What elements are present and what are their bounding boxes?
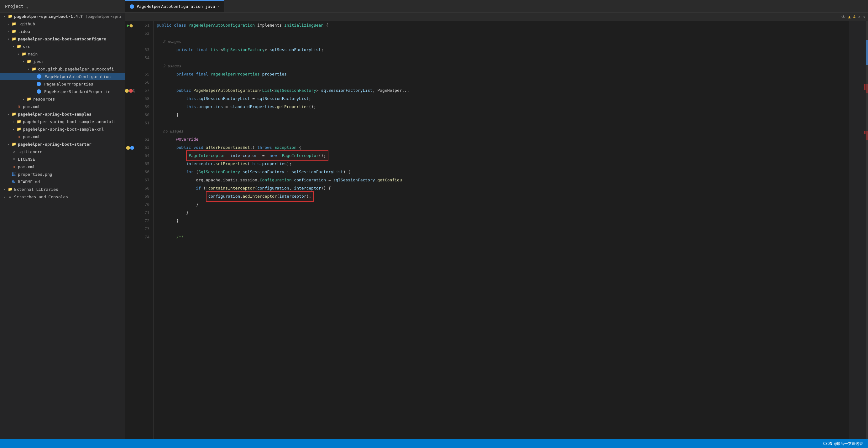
tree-item-root[interactable]: 📁 pagehelper-spring-boot-1.4.7 [pagehelp…: [0, 12, 125, 20]
tree-label-starter: pagehelper-spring-boot-starter: [18, 142, 92, 147]
code-line-usage2: 2 usages: [157, 62, 849, 70]
xml-icon-pom1: m: [16, 104, 21, 109]
tree-label-sample-xml: pagehelper-spring-boot-sample-xml: [23, 127, 104, 132]
var-interceptor-65: interceptor: [186, 160, 213, 168]
tree-arrow-resources: [21, 97, 26, 101]
tree-item-gitignore[interactable]: ⊘ .gitignore: [0, 148, 125, 155]
tree-item-pom2[interactable]: m pom.xml: [0, 133, 125, 140]
file-icon-scratches: ≡: [7, 194, 12, 199]
linenum-57: 57: [135, 87, 151, 95]
gutter-55: [125, 70, 135, 78]
editor-wrapper: 👁 ▲ 4 ∧ ∨ ▶ ⬤: [125, 12, 868, 439]
run-icon[interactable]: ▶: [127, 23, 129, 28]
tree-item-package[interactable]: 📁 com.github.pagehelper.autoconfi: [0, 65, 125, 73]
tree-item-samples[interactable]: 📁 pagehelper-spring-boot-samples: [0, 110, 125, 118]
tree-item-starter[interactable]: 📁 pagehelper-spring-boot-starter: [0, 140, 125, 148]
tree-label-external-libs: External Libraries: [14, 187, 58, 192]
tree-arrow-main: [16, 52, 21, 56]
tree-label-resources: resources: [33, 97, 55, 101]
tree-item-PageHelperStandardProperties[interactable]: PageHelperStandardPropertie: [0, 88, 125, 95]
toolbar-right: ⋮: [860, 4, 868, 8]
tree-item-readme[interactable]: M↓ README.md: [0, 178, 125, 186]
linenum-67: 67: [135, 176, 151, 184]
java-file-icon: [130, 4, 134, 9]
gutter-66: [125, 168, 135, 176]
tree-item-java[interactable]: 📁 java: [0, 58, 125, 65]
folder-icon-samples: 📁: [11, 111, 16, 117]
gutter-area: ▶ ⬤ ⬤ ⬤ @: [125, 21, 135, 439]
main-content: 📁 pagehelper-spring-boot-1.4.7 [pagehelp…: [0, 12, 868, 439]
tree-item-pom3[interactable]: m pom.xml: [0, 163, 125, 170]
tree-item-idea[interactable]: 📁 .idea: [0, 28, 125, 35]
tree-item-sample-xml[interactable]: 📁 pagehelper-spring-boot-sample-xml: [0, 125, 125, 133]
field-properties: properties: [262, 70, 287, 78]
tree-label-github: .github: [18, 22, 35, 26]
file-icon-gitignore: ⊘: [11, 149, 16, 154]
java-icon-PageHelperStandardProperties: [36, 89, 41, 94]
tree-item-pom1[interactable]: m pom.xml: [0, 103, 125, 110]
kw-final-53: final: [196, 46, 208, 54]
gutter-56: [125, 78, 135, 87]
tab-close-icon[interactable]: ×: [217, 4, 220, 8]
title-bar: Project ⌄ PageHelperAutoConfiguration.ja…: [0, 0, 868, 12]
gutter-usage1: [125, 38, 135, 46]
marker-icon-63: ⬤: [126, 146, 130, 150]
tree-item-license[interactable]: ≡ LICENSE: [0, 155, 125, 163]
more-options-icon[interactable]: ⋮: [860, 4, 863, 8]
folder-icon-starter: 📁: [11, 141, 16, 147]
gutter-70: [125, 200, 135, 209]
gutter-62: [125, 135, 135, 143]
linenum-65: 65: [135, 160, 151, 168]
tree-item-src[interactable]: 📁 src: [0, 42, 125, 50]
gutter-54: [125, 54, 135, 62]
line-numbers: 51 52 - 53 54 - 55 56 57 58 59 60 61 - 6…: [135, 21, 154, 439]
tree-item-github[interactable]: 📁 .github: [0, 20, 125, 28]
usage-hint-2: 2 usages: [157, 62, 181, 70]
var-interceptor: interceptor: [230, 153, 257, 158]
kw-class: class: [174, 21, 186, 29]
prev-warning-icon[interactable]: ∧: [858, 14, 861, 19]
tab-PageHelperAutoConfiguration[interactable]: PageHelperAutoConfiguration.java ×: [125, 0, 224, 12]
linenum-68: 68: [135, 184, 151, 192]
warning-indicator[interactable]: ▲ 4: [848, 14, 856, 19]
tree-arrow-github: [6, 22, 11, 26]
folder-icon-sample-xml: 📁: [16, 127, 21, 132]
java-icon-PageHelperAutoConfiguration: [37, 74, 42, 79]
tree-item-properties-png[interactable]: 🖼 properties.png: [0, 170, 125, 178]
tree-label-readme: README.md: [18, 180, 40, 184]
constructor-name: PageHelperAutoConfiguration: [193, 87, 259, 95]
gutter-65: [125, 160, 135, 168]
linenum-59: 59: [135, 103, 151, 111]
tree-item-PageHelperProperties[interactable]: PageHelperProperties: [0, 80, 125, 88]
eye-icon[interactable]: 👁: [841, 14, 846, 20]
gutter-no-usages: [125, 127, 135, 135]
kw-public-57: public: [177, 87, 191, 95]
gutter-67: [125, 176, 135, 184]
gutter-53: [125, 46, 135, 54]
usage-hint-1: 2 usages: [157, 38, 181, 46]
next-warning-icon[interactable]: ∨: [863, 14, 866, 19]
tab-label: PageHelperAutoConfiguration.java: [136, 4, 215, 9]
tree-item-scratches[interactable]: ≡ Scratches and Consoles: [0, 193, 125, 200]
tree-item-PageHelperAutoConfiguration[interactable]: PageHelperAutoConfiguration: [0, 73, 125, 80]
code-line-74: /**: [157, 233, 849, 241]
project-label[interactable]: Project: [5, 4, 24, 9]
type-pageinterceptor: PageInterceptor: [189, 153, 225, 158]
code-line-65: interceptor.setProperties(this.propertie…: [157, 160, 849, 168]
tree-item-resources[interactable]: 📁 resources: [0, 95, 125, 103]
tree-item-main[interactable]: 📁 main: [0, 50, 125, 58]
tree-label-properties-png: properties.png: [18, 172, 52, 177]
img-icon-properties-png: 🖼: [11, 172, 16, 177]
marker-icon-57: ⬤: [125, 88, 129, 93]
code-line-71: }: [157, 209, 849, 217]
project-chevron-icon[interactable]: ⌄: [26, 4, 29, 9]
interface-name: InitializingBean: [284, 21, 323, 29]
kw-this-58: this: [186, 95, 196, 103]
folder-icon-idea: 📁: [11, 29, 16, 34]
tree-label-PageHelperProperties: PageHelperProperties: [44, 82, 93, 87]
tree-item-autoconfigure[interactable]: 📁 pagehelper-spring-boot-autoconfigure: [0, 35, 125, 42]
tree-item-external-libs[interactable]: 📁 External Libraries: [0, 186, 125, 193]
tabs-bar: PageHelperAutoConfiguration.java ×: [125, 0, 860, 12]
linenum-64: 64: [135, 152, 151, 160]
tree-item-sample-annotati[interactable]: 📁 pagehelper-spring-boot-sample-annotati: [0, 118, 125, 125]
